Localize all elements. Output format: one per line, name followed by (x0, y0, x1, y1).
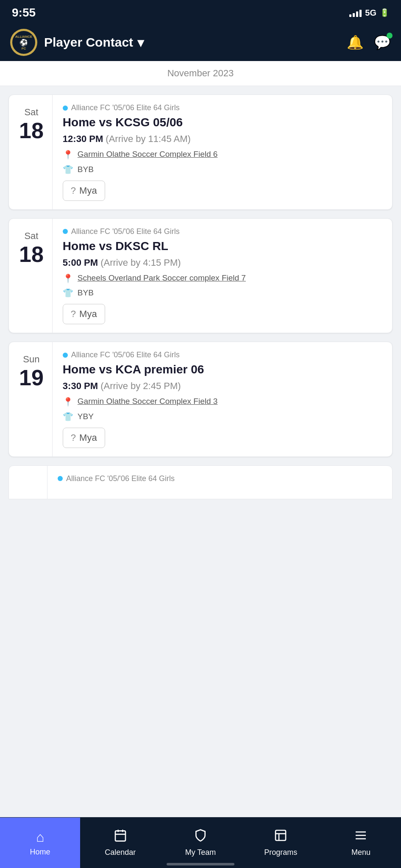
event-title: Home vs KCA premier 06 (63, 363, 384, 376)
event-date: Sat 18 (9, 219, 52, 333)
header-left: ALLIANCE ⚽ FC Player Contact ▾ (10, 29, 144, 56)
day-number: 18 (19, 120, 44, 142)
messages-button[interactable]: 💬 (374, 34, 391, 50)
shirt-icon: 👕 (63, 288, 73, 298)
time-value: 12:30 PM (63, 134, 103, 144)
rsvp-button[interactable]: ? Mya (63, 428, 105, 448)
day-name: Sun (23, 354, 39, 365)
calendar-icon (114, 829, 127, 846)
app-header: ALLIANCE ⚽ FC Player Contact ▾ 🔔 💬 (0, 24, 401, 61)
time-value: 3:30 PM (63, 381, 98, 391)
nav-label-home: Home (30, 848, 50, 857)
location-pin-icon: 📍 (63, 150, 73, 160)
event-uniform: 👕 BYB (63, 288, 384, 298)
team-dot-icon (63, 106, 68, 111)
event-time: 3:30 PM (Arrive by 2:45 PM) (63, 381, 384, 392)
event-date: Sun 19 (9, 342, 52, 456)
location-text[interactable]: Scheels Overland Park Soccer complex Fie… (78, 273, 246, 284)
status-bar: 9:55 5G 🔋 (0, 0, 401, 24)
team-dot-icon (63, 229, 68, 234)
signal-label: 5G (365, 8, 376, 18)
status-icons: 5G 🔋 (349, 8, 389, 18)
event-location: 📍 Garmin Olathe Soccer Complex Field 3 (63, 396, 384, 407)
team-label: Alliance FC '05/'06 Elite 64 Girls (63, 227, 384, 236)
svg-rect-4 (276, 830, 286, 840)
svg-rect-0 (115, 831, 125, 841)
month-text: November 2023 (167, 68, 234, 78)
event-location: 📍 Garmin Olathe Soccer Complex Field 6 (63, 149, 384, 160)
event-title: Home vs DKSC RL (63, 239, 384, 253)
day-number: 18 (19, 243, 44, 265)
header-right: 🔔 💬 (347, 34, 391, 50)
day-number: 19 (19, 367, 44, 389)
header-title-container[interactable]: Player Contact ▾ (44, 35, 144, 50)
notifications-button[interactable]: 🔔 (347, 34, 364, 50)
team-dot-icon (58, 476, 63, 481)
team-label: Alliance FC '05/'06 Elite 64 Girls (63, 351, 384, 359)
app-logo: ALLIANCE ⚽ FC (10, 29, 37, 56)
location-text[interactable]: Garmin Olathe Soccer Complex Field 6 (78, 149, 218, 160)
team-name: Alliance FC '05/'06 Elite 64 Girls (71, 351, 180, 359)
team-name: Alliance FC '05/'06 Elite 64 Girls (71, 227, 180, 236)
page-title: Player Contact (44, 35, 133, 50)
location-pin-icon: 📍 (63, 273, 73, 284)
rsvp-player-name: Mya (79, 309, 97, 320)
arrive-time: (Arrive by 4:15 PM) (100, 257, 181, 268)
team-name: Alliance FC '05/'06 Elite 64 Girls (71, 103, 180, 112)
event-time: 5:00 PM (Arrive by 4:15 PM) (63, 257, 384, 268)
rsvp-question-mark: ? (71, 185, 76, 196)
nav-item-menu[interactable]: Menu (321, 818, 401, 868)
event-date: Sat 18 (9, 95, 52, 209)
rsvp-question-mark: ? (71, 432, 76, 443)
home-icon: ⌂ (36, 829, 44, 845)
shield-icon (194, 829, 207, 846)
event-details: Alliance FC '05/'06 Elite 64 Girls Home … (53, 342, 392, 456)
shirt-icon: 👕 (63, 412, 73, 422)
uniform-text: BYB (78, 165, 94, 174)
battery-icon: 🔋 (380, 8, 389, 17)
partial-event-details: Alliance FC '05/'06 Elite 64 Girls (47, 466, 392, 499)
nav-label-menu: Menu (351, 848, 370, 857)
nav-item-calendar[interactable]: Calendar (80, 818, 160, 868)
programs-icon (274, 829, 287, 846)
event-uniform: 👕 BYB (63, 164, 384, 175)
day-name: Sat (24, 107, 38, 118)
time-value: 5:00 PM (63, 257, 98, 268)
chevron-down-icon: ▾ (137, 35, 144, 50)
status-time: 9:55 (12, 6, 36, 19)
event-location: 📍 Scheels Overland Park Soccer complex F… (63, 273, 384, 284)
nav-label-calendar: Calendar (105, 848, 136, 857)
chat-badge (387, 33, 393, 39)
event-title: Home vs KCSG 05/06 (63, 116, 384, 129)
event-details: Alliance FC '05/'06 Elite 64 Girls Home … (53, 95, 392, 209)
rsvp-player-name: Mya (79, 432, 97, 443)
event-card: Sat 18 Alliance FC '05/'06 Elite 64 Girl… (8, 95, 393, 210)
team-name: Alliance FC '05/'06 Elite 64 Girls (66, 474, 175, 483)
uniform-text: YBY (78, 412, 94, 421)
nav-item-programs[interactable]: Programs (241, 818, 321, 868)
nav-item-myteam[interactable]: My Team (160, 818, 240, 868)
menu-icon (354, 829, 368, 846)
bottom-navigation: ⌂ Home Calendar My Team (0, 817, 401, 868)
home-indicator (167, 863, 234, 865)
partial-event-card: Alliance FC '05/'06 Elite 64 Girls (8, 465, 393, 499)
uniform-text: BYB (78, 288, 94, 298)
rsvp-button[interactable]: ? Mya (63, 304, 105, 324)
rsvp-button[interactable]: ? Mya (63, 181, 105, 201)
nav-label-programs: Programs (264, 848, 297, 857)
team-dot-icon (63, 353, 68, 358)
arrive-time: (Arrive by 2:45 PM) (100, 381, 181, 391)
event-uniform: 👕 YBY (63, 412, 384, 422)
month-header: November 2023 (0, 61, 401, 86)
rsvp-question-mark: ? (71, 309, 76, 320)
events-content: Sat 18 Alliance FC '05/'06 Elite 64 Girl… (0, 86, 401, 576)
nav-label-myteam: My Team (185, 848, 216, 857)
location-text[interactable]: Garmin Olathe Soccer Complex Field 3 (78, 396, 218, 407)
arrive-time: (Arrive by 11:45 AM) (106, 134, 191, 144)
event-card: Sun 19 Alliance FC '05/'06 Elite 64 Girl… (8, 342, 393, 457)
rsvp-player-name: Mya (79, 185, 97, 196)
team-label: Alliance FC '05/'06 Elite 64 Girls (58, 474, 384, 483)
nav-item-home[interactable]: ⌂ Home (0, 818, 80, 868)
shirt-icon: 👕 (63, 164, 73, 175)
signal-bars-icon (349, 8, 362, 17)
